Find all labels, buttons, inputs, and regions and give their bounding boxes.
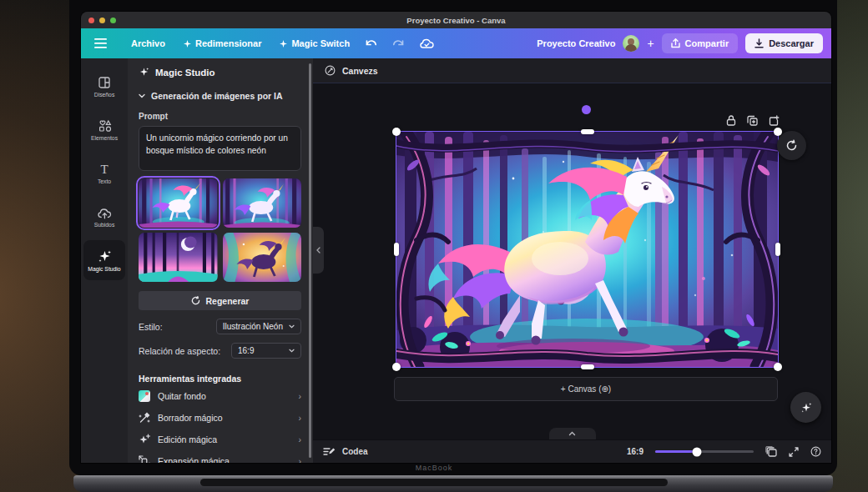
lock-icon[interactable] <box>726 115 736 126</box>
canvas-tab[interactable]: Canvezs <box>342 66 378 76</box>
resize-handle-top-left[interactable] <box>392 128 401 136</box>
aspect-ratio-indicator: 16:9 <box>627 447 643 456</box>
sparkle-icon <box>184 40 191 48</box>
magic-studio-panel: Magic Studio Generación de imágenes por … <box>128 58 313 463</box>
resize-handle-top[interactable] <box>581 129 594 134</box>
panel-title: Magic Studio <box>155 68 215 78</box>
help-icon[interactable] <box>810 446 821 457</box>
chevron-down-icon <box>139 93 145 98</box>
bottom-status-bar: Codea 16:9 <box>313 439 831 463</box>
chevron-right-icon: › <box>299 456 302 463</box>
add-collaborator-button[interactable]: + <box>647 37 654 50</box>
chevron-left-icon <box>316 247 320 254</box>
aspect-ratio-select[interactable]: 16:9 <box>231 343 301 359</box>
workspace[interactable]: + Canvas (⊕) <box>313 83 831 439</box>
magic-edit-icon <box>139 434 150 445</box>
user-avatar[interactable] <box>623 35 639 52</box>
elements-icon <box>98 119 112 133</box>
tool-borrador-magico[interactable]: Borrador mágico › <box>139 409 301 427</box>
notes-button[interactable]: Codea <box>323 447 368 457</box>
sidebar-item-subidos[interactable]: Subidos <box>83 197 125 237</box>
design-tool-icon <box>325 65 336 76</box>
share-button[interactable]: Compartir <box>662 33 739 53</box>
panel-collapse-tab[interactable] <box>313 227 324 274</box>
panel-header: Magic Studio <box>139 67 301 78</box>
thumbnail-moon-forest[interactable] <box>139 233 218 282</box>
magic-expand-icon <box>139 455 150 463</box>
sparkle-icon <box>280 40 287 48</box>
magic-studio-icon <box>139 67 149 78</box>
toolbar-right-cluster: Proyecto Creativo + Compartir Descargar <box>537 33 831 53</box>
pages-view-icon[interactable] <box>765 446 777 457</box>
download-icon <box>754 38 764 48</box>
resize-handle-top-right[interactable] <box>774 128 782 136</box>
panel-scrollbar[interactable] <box>309 63 311 458</box>
macbook-brand-label: MacBook <box>0 464 868 472</box>
redo-icon[interactable] <box>392 38 405 49</box>
sidebar-item-disenos[interactable]: Diseños <box>83 67 125 107</box>
zoom-slider-thumb[interactable] <box>692 447 701 456</box>
regenerate-button[interactable]: Regenerar <box>139 291 301 310</box>
canva-app-window: Proyecto Creativo - Canva Archivo Redime… <box>81 12 831 463</box>
chevron-right-icon: › <box>299 434 302 444</box>
page-label-bar[interactable]: + Canvas (⊕) <box>394 377 778 401</box>
window-title: Proyecto Creativo - Canva <box>81 16 831 25</box>
resize-handle-bottom-left[interactable] <box>392 363 401 371</box>
uploads-icon <box>98 207 112 219</box>
duplicate-icon[interactable] <box>747 115 758 126</box>
menu-redimensionar[interactable]: Redimensionar <box>184 38 261 48</box>
project-name: Proyecto Creativo <box>537 38 615 48</box>
canvas-area: Canvezs <box>313 58 831 463</box>
zoom-slider-fill <box>655 450 697 453</box>
thumbnail-golden-unicorn[interactable] <box>223 233 302 282</box>
resize-handle-left[interactable] <box>394 243 399 256</box>
tool-quitar-fondo[interactable]: Quitar fondo › <box>139 387 301 405</box>
notes-pen-icon <box>323 447 336 457</box>
cloud-sync-icon[interactable] <box>420 38 434 49</box>
style-label: Estilo: <box>139 322 163 332</box>
sparkles-icon <box>800 401 813 414</box>
hamburger-menu-icon[interactable] <box>88 38 113 48</box>
sidebar-item-magic-studio[interactable]: Magic Studio <box>83 240 125 280</box>
undo-icon[interactable] <box>365 38 377 49</box>
canvas-tabbar: Canvezs <box>313 58 831 83</box>
chevron-down-icon <box>289 349 295 353</box>
titlebar: Proyecto Creativo - Canva <box>81 12 831 28</box>
sidebar-rail: Diseños Elementos T Texto Subidos Magic … <box>81 58 128 463</box>
rotation-handle[interactable] <box>582 105 591 114</box>
integrated-tools-title: Herramientas integradas <box>139 374 301 384</box>
chevron-right-icon: › <box>299 413 302 423</box>
zoom-slider[interactable] <box>655 450 754 453</box>
prompt-input[interactable]: Un unicornio mágico corriendo por un bos… <box>139 126 301 171</box>
aspect-ratio-label: Relación de aspecto: <box>139 346 220 356</box>
prompt-label: Prompt <box>139 112 301 121</box>
thumbnail-unicorn-1[interactable] <box>139 178 218 228</box>
menu-archivo[interactable]: Archivo <box>131 38 165 48</box>
resize-handle-bottom-right[interactable] <box>774 363 782 371</box>
fullscreen-icon[interactable] <box>789 447 799 457</box>
rotate-icon <box>785 139 798 152</box>
designs-icon <box>98 76 111 89</box>
tool-expansion-magica[interactable]: Expansión mágica › <box>139 452 301 463</box>
text-icon: T <box>98 163 111 176</box>
sidebar-item-texto[interactable]: T Texto <box>83 153 125 193</box>
regenerate-icon <box>191 296 200 305</box>
download-button[interactable]: Descargar <box>745 33 823 53</box>
menu-magic-switch[interactable]: Magic Switch <box>280 38 350 48</box>
tool-edicion-magica[interactable]: Edición mágica › <box>139 430 301 449</box>
bottom-sheet-toggle[interactable] <box>549 428 596 439</box>
resize-handle-bottom[interactable] <box>581 364 594 369</box>
thumbnail-unicorn-2[interactable] <box>223 178 302 228</box>
magic-studio-icon <box>98 249 112 264</box>
chevron-down-icon <box>289 324 295 329</box>
style-select[interactable]: Ilustración Neón <box>216 319 301 334</box>
magic-assistant-button[interactable] <box>790 392 821 423</box>
remove-background-icon <box>139 390 150 402</box>
sidebar-item-elementos[interactable]: Elementos <box>83 110 125 150</box>
canvas-image-unicorn[interactable] <box>396 132 778 367</box>
add-page-icon[interactable] <box>769 115 780 126</box>
svg-text:T: T <box>100 163 108 176</box>
resize-handle-right[interactable] <box>775 243 780 256</box>
section-generacion-ia[interactable]: Generación de imágenes por IA <box>139 91 301 101</box>
rotate-button[interactable] <box>777 131 806 160</box>
